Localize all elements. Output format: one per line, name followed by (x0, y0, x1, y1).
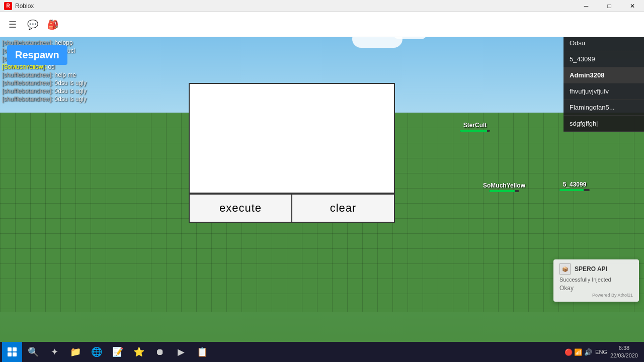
taskbar-play[interactable]: ▶ (171, 342, 191, 362)
chat-message: [shufflebotandrew]: 0dsu is ugly (2, 96, 139, 103)
chat-message: [shufflebotandrew]: 0dsu is ugly (2, 79, 139, 86)
taskbar-clipboard[interactable]: 📋 (192, 342, 212, 362)
taskbar-browser[interactable]: 🌐 (87, 342, 107, 362)
minimize-button[interactable]: ─ (575, 0, 598, 12)
spero-icon: 📦 (559, 263, 571, 275)
titlebar: R Roblox ─ □ ✕ (0, 0, 644, 12)
spero-header: 📦 SPERO API (559, 263, 633, 275)
taskbar-code[interactable]: 📝 (108, 342, 128, 362)
taskbar-cortana[interactable]: ✦ (44, 342, 64, 362)
player-list-item[interactable]: Odsu (564, 35, 644, 51)
player-list: Odsu5_43099Admin3208fhvufjuvjvfjufvFlami… (564, 35, 644, 132)
toolbar: ☰ 💬 🎒 (0, 12, 644, 37)
windows-icon (8, 347, 17, 356)
taskbar-date-value: 22/03/2020 (610, 352, 638, 359)
player-label: 5_43099 (559, 181, 590, 191)
menu-icon[interactable]: ☰ (5, 17, 20, 32)
taskbar: 🔍 ✦ 📁 🌐 📝 ⭐ ⏺ ▶ 📋 🔴 📶 🔊 ENG 6:38 22/03/2… (0, 342, 644, 362)
taskbar-time-value: 6:38 (619, 344, 629, 352)
player-label: SoMuchYellow (483, 182, 525, 192)
chat-message: [shufflebotandrew]: 0dsu is ugly (2, 87, 139, 95)
executor-textarea[interactable] (190, 84, 394, 193)
spero-title: SPERO API (575, 265, 607, 273)
player-list-item[interactable]: 5_43099 (564, 51, 644, 67)
maximize-button[interactable]: □ (598, 0, 621, 12)
spero-okay-button[interactable]: Okay (559, 285, 633, 292)
execute-button[interactable]: execute (189, 194, 292, 223)
titlebar-left: R Roblox (0, 2, 34, 10)
spero-notification: 📦 SPERO API Successfully Injected Okay P… (553, 259, 639, 302)
titlebar-controls: ─ □ ✕ (575, 0, 644, 12)
taskbar-icons-system: 🔴 📶 🔊 (565, 348, 592, 356)
executor-buttons: execute clear (189, 194, 395, 223)
taskbar-right: 🔴 📶 🔊 ENG 6:38 22/03/2020 (565, 344, 642, 360)
chat-icon[interactable]: 💬 (25, 17, 40, 32)
taskbar-file-explorer[interactable]: 📁 (65, 342, 86, 362)
backpack-icon[interactable]: 🎒 (45, 17, 60, 32)
respawn-button[interactable]: Respawn (7, 45, 67, 65)
taskbar-search[interactable]: 🔍 (23, 342, 43, 362)
spero-message: Successfully Injected (559, 277, 633, 283)
executor-textarea-wrap (189, 83, 395, 194)
titlebar-title: Roblox (15, 3, 34, 10)
executor-dialog: execute clear (189, 83, 395, 223)
start-button[interactable] (2, 342, 22, 362)
clear-button[interactable]: clear (292, 194, 395, 223)
taskbar-record[interactable]: ⏺ (150, 342, 170, 362)
player-list-item[interactable]: Admin3208 (564, 67, 644, 83)
spero-powered: Powered By Athoi21 (559, 293, 633, 298)
player-list-item[interactable]: fhvufjuvjvfjufv (564, 83, 644, 100)
taskbar-bookmarks[interactable]: ⭐ (129, 342, 149, 362)
player-list-item[interactable]: Flamingofan5... (564, 100, 644, 116)
player-label: SterCult (460, 122, 490, 132)
chat-message: [shufflebotandrew]: help me (2, 71, 139, 78)
taskbar-lang: ENG (595, 349, 607, 355)
close-button[interactable]: ✕ (621, 0, 644, 12)
roblox-icon: R (4, 2, 12, 10)
taskbar-clock: 6:38 22/03/2020 (610, 344, 638, 360)
player-list-item[interactable]: sdgfgffghj (564, 116, 644, 132)
